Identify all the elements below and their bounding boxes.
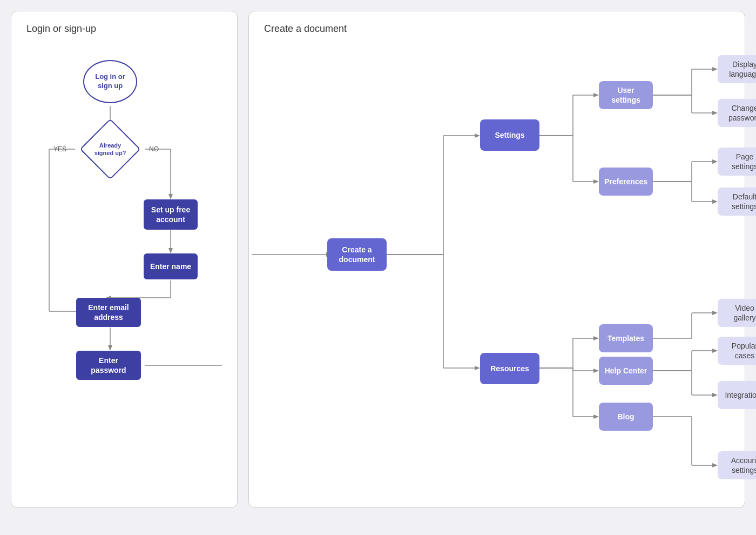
svg-marker-29 [593, 93, 599, 97]
popular-cases-node[interactable]: Popular cases [718, 337, 756, 365]
label-yes: YES [53, 145, 66, 153]
default-settings-node[interactable]: Default settings [718, 188, 756, 216]
enter-name-node[interactable]: Enter name [144, 253, 198, 279]
create-document-node[interactable]: Create a document [327, 238, 387, 271]
svg-marker-77 [712, 463, 718, 467]
change-password-node[interactable]: Change password [718, 99, 756, 127]
settings-node[interactable]: Settings [480, 119, 539, 151]
svg-marker-25 [475, 366, 480, 370]
svg-marker-61 [593, 414, 599, 419]
left-panel-title: Login or sign-up [26, 23, 96, 35]
label-no: NO [149, 145, 159, 153]
account-settings-node[interactable]: Account settings [718, 451, 756, 479]
templates-node[interactable]: Templates [599, 324, 653, 352]
svg-marker-65 [712, 311, 718, 315]
page-settings-node[interactable]: Page settings [718, 148, 756, 176]
svg-marker-73 [712, 393, 718, 397]
svg-marker-21 [475, 133, 480, 138]
svg-marker-6 [168, 248, 173, 253]
svg-marker-53 [593, 336, 599, 340]
svg-marker-57 [593, 369, 599, 373]
svg-marker-41 [712, 111, 718, 115]
set-up-free-node[interactable]: Set up free account [144, 199, 198, 230]
svg-marker-14 [108, 345, 112, 351]
user-settings-node[interactable]: User settings [599, 81, 653, 109]
svg-marker-49 [712, 199, 718, 204]
enter-email-node[interactable]: Enter email address [76, 298, 141, 327]
svg-marker-33 [593, 179, 599, 184]
svg-marker-69 [712, 349, 718, 353]
login-signup-node[interactable]: Log in or sign up [83, 60, 137, 103]
right-connectors [249, 11, 745, 507]
left-panel: Login or sign-up [11, 11, 238, 508]
enter-password-node[interactable]: Enter password [76, 351, 141, 380]
help-center-node[interactable]: Help Center [599, 357, 653, 385]
already-signed-diamond: Already signed up? [83, 128, 137, 171]
canvas: Login or sign-up [11, 11, 745, 524]
preferences-node[interactable]: Preferences [599, 168, 653, 196]
right-panel: Create a document [248, 11, 745, 508]
resources-node[interactable]: Resources [480, 353, 539, 384]
svg-marker-4 [168, 194, 173, 199]
video-gallery-node[interactable]: Video gallery [718, 299, 756, 327]
svg-marker-37 [712, 67, 718, 71]
integrations-node[interactable]: Integrations [718, 381, 756, 409]
blog-node[interactable]: Blog [599, 403, 653, 431]
right-panel-title: Create a document [264, 23, 347, 35]
display-language-node[interactable]: Display language [718, 55, 756, 83]
svg-marker-45 [712, 159, 718, 164]
